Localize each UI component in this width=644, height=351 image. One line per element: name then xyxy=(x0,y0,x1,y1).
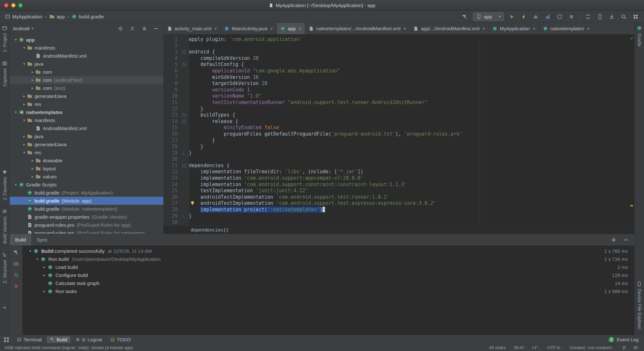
readonly-toggle-button[interactable] xyxy=(620,344,628,351)
toolwindow-button-build-variants[interactable]: Build Variants xyxy=(2,209,7,244)
build-panel-tab-build[interactable]: Build xyxy=(10,234,31,245)
tree-expand-icon[interactable]: ▸ xyxy=(21,134,27,138)
build-button[interactable] xyxy=(461,13,469,21)
tree-expand-icon[interactable]: ▸ xyxy=(30,166,35,171)
toolwindow-switcher-icon[interactable] xyxy=(3,336,10,343)
collapse-all-button[interactable] xyxy=(129,25,136,33)
toolwindow-button-gradle[interactable]: Gradle xyxy=(637,25,642,47)
close-tab-icon[interactable]: × xyxy=(214,26,217,31)
tree-expand-icon[interactable]: ▾ xyxy=(21,150,27,155)
tree-expand-icon[interactable]: ▾ xyxy=(34,257,41,261)
toolwindow-button----project[interactable]: 1: Project xyxy=(2,25,7,52)
stop-button[interactable] xyxy=(568,13,575,21)
editor-tab[interactable]: nativetemplates/.../AndroidManifest.xml× xyxy=(305,23,410,34)
breadcrumb-item[interactable]: MyApplication xyxy=(3,13,44,20)
run-configuration-select[interactable]: app▾ xyxy=(473,12,504,21)
tree-expand-icon[interactable]: ▸ xyxy=(21,94,27,98)
build-settings-button[interactable] xyxy=(610,236,618,244)
profile-button[interactable] xyxy=(544,13,552,21)
filter-messages-button[interactable]: ab xyxy=(12,260,20,268)
code-editor[interactable]: 1apply plugin: 'com.android.application'… xyxy=(164,36,634,225)
view-options-button[interactable] xyxy=(140,25,148,33)
close-tab-icon[interactable]: × xyxy=(587,26,590,31)
layout-inspector-button[interactable] xyxy=(596,13,604,21)
tree-expand-icon[interactable]: ▾ xyxy=(13,110,19,114)
tree-row[interactable]: ▸generatedJava xyxy=(10,140,163,148)
tree-row[interactable]: ▾java xyxy=(10,60,163,68)
tree-row[interactable]: ▾nativetemplates xyxy=(10,108,163,116)
tree-row[interactable]: proguard-rules.pro(ProGuard Rules for na… xyxy=(10,229,163,234)
close-window-button[interactable] xyxy=(4,3,8,7)
context-widget[interactable]: Context: <no context> xyxy=(570,345,612,350)
tree-row[interactable]: ▸java xyxy=(10,132,163,140)
tree-expand-icon[interactable]: ▾ xyxy=(21,46,27,50)
toolwindow-tab-terminal[interactable]: Terminal xyxy=(14,336,45,343)
close-build-button[interactable] xyxy=(12,282,20,290)
android-toolwindow-button[interactable] xyxy=(2,305,7,310)
close-tab-icon[interactable]: × xyxy=(270,26,273,31)
tree-row[interactable]: ▾res xyxy=(10,148,163,157)
tree-expand-icon[interactable]: ▸ xyxy=(30,175,35,179)
tree-expand-icon[interactable]: ▾ xyxy=(13,38,19,42)
tree-row[interactable]: build.gradle(Project: MyApplication) xyxy=(10,189,163,197)
screen-reader-indicator-button[interactable] xyxy=(632,344,639,351)
close-tab-icon[interactable]: × xyxy=(533,26,535,31)
build-output-row[interactable]: ▸Load build2 ms xyxy=(23,263,634,271)
editor-tab[interactable]: nativetemplates× xyxy=(539,23,593,34)
breadcrumb-item[interactable]: app xyxy=(48,13,66,20)
expand-collapse-button[interactable] xyxy=(12,271,20,279)
tree-expand-icon[interactable]: ▸ xyxy=(30,78,35,82)
tree-expand-icon[interactable]: ▸ xyxy=(41,289,48,293)
minimize-window-button[interactable] xyxy=(11,3,15,7)
tree-expand-icon[interactable]: ▾ xyxy=(13,183,19,187)
tree-row[interactable]: proguard-rules.pro(ProGuard Rules for ap… xyxy=(10,221,163,229)
tree-row[interactable]: AndroidManifest.xml xyxy=(10,124,163,132)
project-structure-button[interactable] xyxy=(632,13,639,21)
tree-expand-icon[interactable]: ▾ xyxy=(21,62,27,66)
tree-expand-icon[interactable]: ▾ xyxy=(27,249,34,253)
tree-row[interactable]: ▾manifests xyxy=(10,116,163,124)
tree-expand-icon[interactable]: ▾ xyxy=(21,118,27,122)
toolwindow-tab-todo[interactable]: TODO xyxy=(107,336,134,343)
project-view-selector[interactable]: Android ▾ xyxy=(13,26,33,31)
tree-expand-icon[interactable]: ▸ xyxy=(30,158,35,163)
tree-row[interactable]: ▸com(androidTest) xyxy=(10,76,163,84)
tree-row[interactable]: ▸com(test) xyxy=(10,84,163,92)
tree-row[interactable]: ▾manifests xyxy=(10,44,163,52)
gradle-sync-button[interactable] xyxy=(584,13,592,21)
build-output-row[interactable]: ▾Build: completed successfullyat 11/5/18… xyxy=(23,247,634,255)
tree-row[interactable]: ▸values xyxy=(10,173,163,181)
editor-tab[interactable]: CMainActivity.java× xyxy=(221,23,277,34)
close-tab-icon[interactable]: × xyxy=(299,26,301,31)
caret-position-widget[interactable]: 28:47 xyxy=(514,345,524,350)
tree-expand-icon[interactable]: ▸ xyxy=(30,70,35,74)
tree-row[interactable]: ▸com xyxy=(10,68,163,76)
tree-row[interactable]: build.gradle(Module: app) xyxy=(10,197,163,205)
toolwindow-button-z--structure[interactable]: Z: Structure xyxy=(2,252,7,283)
lightbulb-icon[interactable] xyxy=(190,201,195,206)
editor-tab[interactable]: app× xyxy=(277,23,305,34)
fold-marker-icon[interactable]: - xyxy=(182,120,186,123)
hide-build-panel-button[interactable] xyxy=(622,236,630,244)
close-tab-icon[interactable]: × xyxy=(403,26,406,31)
sdk-manager-button[interactable] xyxy=(608,13,616,21)
toolwindow-tab-6--logcat[interactable]: 6: Logcat xyxy=(72,336,105,343)
tree-expand-icon[interactable]: ▸ xyxy=(30,86,35,90)
build-output-row[interactable]: ▾Run build/Users/jweisbaum/Desktop/MyApp… xyxy=(23,255,634,263)
tree-row[interactable]: gradle-wrapper.properties(Gradle Version… xyxy=(10,213,163,221)
run-button[interactable] xyxy=(508,13,516,21)
tree-row[interactable]: ▸generatedJava xyxy=(10,92,163,100)
build-output-row[interactable]: ▸Configure build128 ms xyxy=(23,271,634,279)
locate-file-button[interactable] xyxy=(117,25,124,33)
restart-build-button[interactable] xyxy=(12,249,20,256)
tree-row[interactable]: build.gradle(Module: nativetemplates) xyxy=(10,205,163,213)
fold-marker-icon[interactable]: - xyxy=(182,50,186,54)
build-output-row[interactable]: ▸Run tasks1 s 589 ms xyxy=(23,287,634,295)
close-tab-icon[interactable]: × xyxy=(482,26,485,31)
encoding-widget[interactable]: UTF-8↕ xyxy=(547,345,562,350)
editor-tab[interactable]: app/.../AndroidManifest.xml× xyxy=(410,23,489,34)
tree-expand-icon[interactable]: ▸ xyxy=(41,273,48,277)
event-log-button[interactable]: 2 Event Log xyxy=(609,337,641,342)
editor-tab[interactable]: activity_main.xml× xyxy=(164,23,221,34)
tree-row[interactable]: AndroidManifest.xml xyxy=(10,52,163,60)
